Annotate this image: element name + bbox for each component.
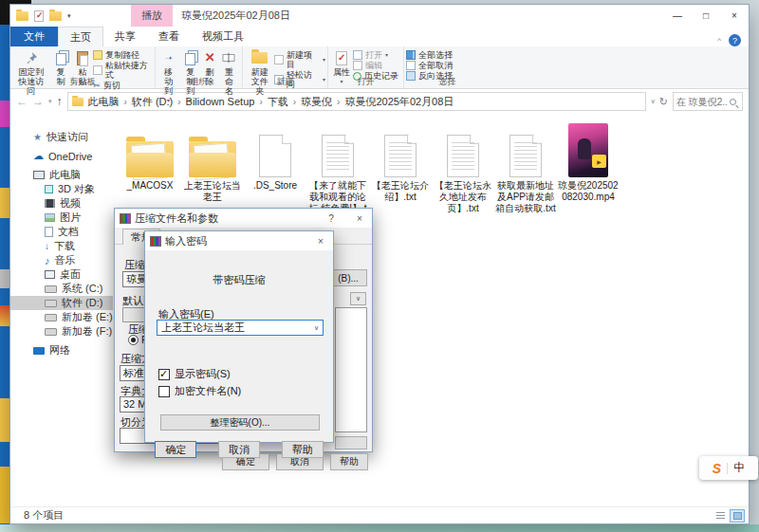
rename-icon (222, 49, 235, 66)
cube-icon (45, 185, 53, 193)
text-file-icon (447, 135, 479, 177)
tab-video-tools[interactable]: 视频工具 (191, 27, 255, 46)
breadcrumb-item[interactable]: 琼曼倪 (298, 95, 335, 109)
minimize-button[interactable]: — (663, 5, 692, 27)
sidebar-item-3d-objects[interactable]: 3D 对象 (10, 182, 113, 196)
combo-chevron-icon[interactable]: ∨ (314, 324, 319, 332)
ok-button[interactable]: 确定 (155, 441, 196, 458)
thumbnail-view-button[interactable] (730, 509, 745, 523)
details-view-button[interactable] (713, 509, 728, 523)
new-item-icon (274, 55, 284, 64)
sidebar-item-this-pc[interactable]: 此电脑 (10, 168, 113, 182)
sidebar-item-music[interactable]: ♪音乐 (10, 253, 113, 267)
copy-path-button[interactable]: 复制路径 (93, 50, 153, 60)
sidebar-item-network[interactable]: 网络 (10, 343, 113, 358)
sidebar-item-new-volume-e[interactable]: 新加卷 (E:) (10, 310, 113, 324)
new-item-button[interactable]: 新建项目▾ (274, 50, 325, 69)
chevron-down-icon[interactable]: ∨ (651, 98, 656, 105)
sidebar-item-desktop[interactable]: 桌面 (10, 267, 113, 282)
tab-view[interactable]: 查看 (147, 27, 191, 46)
show-password-checkbox[interactable]: 显示密码(S) (158, 367, 231, 381)
file-name: .DS_Store (252, 180, 298, 192)
window-controls: — □ × (663, 5, 749, 27)
pin-to-quick-access-button[interactable]: 固定到快速访问 (12, 48, 50, 97)
sidebar-item-system-c[interactable]: 系统 (C:) (10, 282, 113, 296)
quick-access-toolbar: ▾ (10, 10, 71, 22)
folder-icon[interactable] (16, 11, 28, 21)
help-icon[interactable]: ? (729, 34, 741, 46)
rename-button[interactable]: 重命名 (218, 48, 240, 97)
dialog-close-icon[interactable]: × (308, 231, 333, 250)
back-button[interactable]: ← (16, 95, 28, 108)
password-dialog-titlebar[interactable]: 输入密码 × (145, 231, 333, 250)
refresh-icon[interactable]: ↻ (659, 96, 668, 108)
sidebar-item-quick-access[interactable]: ★快速访问 (10, 130, 113, 144)
group-label-select: 选择 (404, 76, 490, 88)
sidebar-item-documents[interactable]: 文档 (10, 225, 113, 239)
drive-icon (45, 285, 57, 293)
tab-file[interactable]: 文件 (10, 27, 58, 46)
edit-button[interactable]: 编辑 (353, 61, 398, 70)
chevron-down-icon[interactable]: ▾ (67, 12, 71, 20)
archive-dialog-titlebar[interactable]: 压缩文件名和参数 ? × (115, 209, 372, 228)
breadcrumb-item[interactable]: 此电脑 (85, 95, 122, 109)
password-dialog: 输入密码 × 带密码压缩 输入密码(E) 上老王论坛当老王 ∨ 显示密码(S) … (144, 230, 334, 443)
sidebar-item-new-volume-f[interactable]: 新加卷 (F:) (10, 324, 113, 339)
archive-help-button[interactable]: 帮助 (330, 453, 368, 470)
drive-icon (45, 300, 57, 307)
close-button[interactable]: × (720, 5, 749, 27)
tab-share[interactable]: 共享 (103, 27, 147, 46)
help-button[interactable]: 帮助 (282, 441, 324, 458)
recent-locations-icon[interactable]: ▾ (48, 98, 52, 105)
folder-icon (126, 141, 174, 177)
properties-icon[interactable] (34, 10, 44, 22)
ime-indicator[interactable]: S 中 (699, 456, 758, 480)
title-bar: ▾ 播放 琼曼倪2025年02月08日 — □ × (10, 5, 749, 27)
open-button[interactable]: 打开▾ (353, 50, 398, 60)
password-dialog-body: 带密码压缩 输入密码(E) 上老王论坛当老王 ∨ 显示密码(S) 加密文件名(N… (145, 250, 333, 443)
breadcrumb-item[interactable]: 琼曼倪2025年02月08日 (342, 95, 456, 109)
forward-button[interactable]: → (32, 95, 44, 108)
organize-passwords-button[interactable]: 整理密码(O)... (160, 414, 320, 431)
items-count: 8 个项目 (24, 508, 64, 523)
tab-home[interactable]: 主页 (58, 27, 103, 46)
video-thumbnail: ▶ (568, 123, 608, 177)
file-tile-text[interactable]: 【老王论坛永久地址发布页】.txt (432, 123, 494, 226)
folder-icon (72, 98, 83, 106)
breadcrumb-separator: › (124, 97, 127, 107)
sidebar-item-pictures[interactable]: 图片 (10, 211, 113, 225)
pin-icon (25, 49, 38, 66)
search-box[interactable] (673, 92, 743, 111)
dialog-help-icon[interactable]: ? (319, 209, 343, 228)
file-tile-text[interactable]: 【老王论坛介绍】.txt (369, 123, 432, 226)
sogou-icon: S (713, 461, 721, 476)
select-all-button[interactable]: 全部选择 (406, 50, 453, 60)
browse-button[interactable]: (B)... (329, 269, 367, 286)
file-tile-video[interactable]: ▶ 琼曼倪202502082030.mp4 (557, 123, 620, 226)
sidebar-item-software-d[interactable]: 软件 (D:) (10, 296, 113, 310)
sidebar-item-onedrive[interactable]: ☁OneDrive (10, 149, 113, 163)
select-none-button[interactable]: 全部取消 (406, 61, 453, 70)
maximize-button[interactable]: □ (692, 5, 720, 27)
contextual-tab-header[interactable]: 播放 (131, 5, 173, 27)
combo-chevron-icon[interactable]: ∨ (350, 292, 366, 305)
search-input[interactable] (676, 97, 728, 107)
password-input[interactable]: 上老王论坛当老王 ∨ (157, 320, 324, 336)
sidebar-item-videos[interactable]: 视频 (10, 196, 113, 211)
file-tile-text[interactable]: 获取最新地址及APP请发邮箱自动获取.txt (494, 123, 557, 226)
new-folder-button[interactable]: 新建文件夹 (245, 48, 274, 97)
encrypt-names-checkbox[interactable]: 加密文件名(N) (158, 384, 241, 398)
paste-shortcut-icon (93, 65, 102, 75)
ime-divider (727, 463, 728, 474)
ribbon-group-clipboard: 固定到快速访问 复制 粘贴 复制路径 粘贴快捷方式 ✂剪切 剪贴板 (10, 46, 156, 88)
update-mode-listbox[interactable] (335, 307, 367, 432)
collapse-ribbon-icon[interactable]: ^ (717, 36, 721, 45)
search-icon[interactable] (730, 99, 736, 105)
side-button[interactable] (335, 436, 367, 449)
dialog-close-icon[interactable]: × (347, 209, 372, 228)
folder-icon[interactable] (49, 11, 62, 21)
up-button[interactable]: ↑ (57, 95, 63, 108)
breadcrumb[interactable]: 此电脑 › 软件 (D:) › Bilidown Setup › 下载 › 琼曼… (67, 92, 646, 111)
cancel-button[interactable]: 取消 (218, 441, 260, 458)
sidebar-item-downloads[interactable]: ↓下载 (10, 239, 113, 253)
